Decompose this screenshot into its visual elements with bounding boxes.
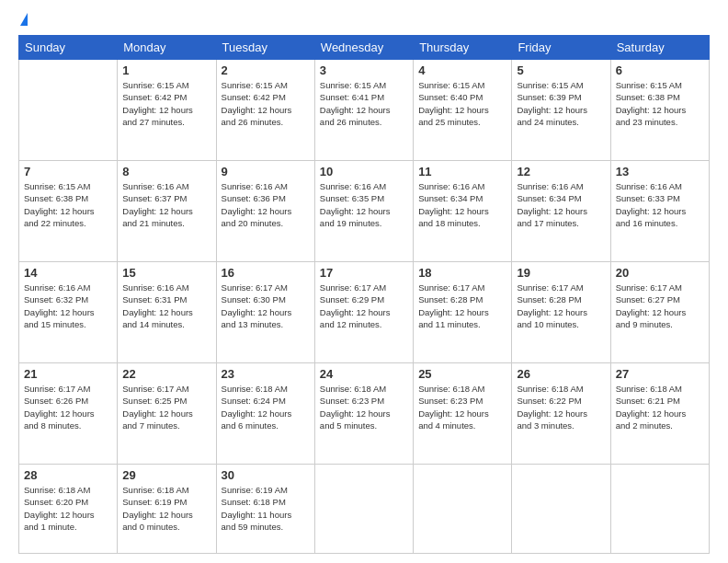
calendar-cell: 25Sunrise: 6:18 AMSunset: 6:23 PMDayligh… [414, 363, 512, 465]
day-number: 1 [122, 63, 210, 77]
day-info: Sunrise: 6:15 AMSunset: 6:40 PMDaylight:… [418, 79, 506, 128]
calendar-cell [610, 465, 709, 554]
day-number: 17 [320, 266, 408, 280]
day-number: 6 [616, 63, 704, 77]
day-info: Sunrise: 6:15 AMSunset: 6:38 PMDaylight:… [616, 79, 704, 128]
calendar-cell: 30Sunrise: 6:19 AMSunset: 6:18 PMDayligh… [216, 465, 314, 554]
calendar-cell [19, 60, 118, 161]
calendar-cell: 21Sunrise: 6:17 AMSunset: 6:26 PMDayligh… [19, 363, 118, 465]
calendar-cell: 24Sunrise: 6:18 AMSunset: 6:23 PMDayligh… [314, 363, 413, 465]
calendar-header-tuesday: Tuesday [216, 36, 314, 60]
day-info: Sunrise: 6:16 AMSunset: 6:32 PMDaylight:… [24, 282, 112, 330]
day-number: 23 [222, 367, 310, 381]
day-info: Sunrise: 6:18 AMSunset: 6:20 PMDaylight:… [24, 484, 112, 533]
day-info: Sunrise: 6:18 AMSunset: 6:23 PMDaylight:… [418, 383, 506, 431]
calendar-header-sunday: Sunday [19, 36, 118, 60]
calendar-cell: 2Sunrise: 6:15 AMSunset: 6:42 PMDaylight… [216, 60, 314, 161]
calendar-cell: 18Sunrise: 6:17 AMSunset: 6:28 PMDayligh… [414, 262, 512, 363]
day-info: Sunrise: 6:18 AMSunset: 6:22 PMDaylight:… [517, 383, 605, 431]
calendar-cell: 8Sunrise: 6:16 AMSunset: 6:37 PMDaylight… [118, 161, 216, 262]
day-number: 11 [418, 165, 506, 178]
logo-text [18, 17, 28, 26]
calendar-cell: 29Sunrise: 6:18 AMSunset: 6:19 PMDayligh… [118, 465, 216, 554]
calendar-cell: 23Sunrise: 6:18 AMSunset: 6:24 PMDayligh… [216, 363, 314, 465]
calendar-cell: 17Sunrise: 6:17 AMSunset: 6:29 PMDayligh… [314, 262, 413, 363]
day-number: 8 [122, 165, 210, 178]
day-number: 29 [122, 468, 210, 482]
day-info: Sunrise: 6:15 AMSunset: 6:39 PMDaylight:… [517, 79, 605, 128]
calendar-header-thursday: Thursday [414, 36, 512, 60]
calendar-week-row: 28Sunrise: 6:18 AMSunset: 6:20 PMDayligh… [19, 465, 710, 554]
day-info: Sunrise: 6:15 AMSunset: 6:41 PMDaylight:… [320, 79, 408, 128]
day-info: Sunrise: 6:16 AMSunset: 6:35 PMDaylight:… [320, 180, 408, 229]
calendar-cell: 22Sunrise: 6:17 AMSunset: 6:25 PMDayligh… [118, 363, 216, 465]
day-number: 27 [616, 367, 704, 381]
calendar-cell: 28Sunrise: 6:18 AMSunset: 6:20 PMDayligh… [19, 465, 118, 554]
calendar-week-row: 14Sunrise: 6:16 AMSunset: 6:32 PMDayligh… [19, 262, 710, 363]
calendar-cell: 5Sunrise: 6:15 AMSunset: 6:39 PMDaylight… [512, 60, 610, 161]
day-number: 28 [24, 468, 112, 482]
calendar-week-row: 1Sunrise: 6:15 AMSunset: 6:42 PMDaylight… [19, 60, 710, 161]
calendar-cell: 10Sunrise: 6:16 AMSunset: 6:35 PMDayligh… [314, 161, 413, 262]
calendar-cell: 20Sunrise: 6:17 AMSunset: 6:27 PMDayligh… [610, 262, 709, 363]
calendar-cell: 9Sunrise: 6:16 AMSunset: 6:36 PMDaylight… [216, 161, 314, 262]
day-info: Sunrise: 6:18 AMSunset: 6:21 PMDaylight:… [616, 383, 704, 431]
day-number: 3 [320, 63, 408, 77]
day-number: 12 [517, 165, 605, 178]
day-info: Sunrise: 6:16 AMSunset: 6:33 PMDaylight:… [616, 180, 704, 229]
calendar-cell: 27Sunrise: 6:18 AMSunset: 6:21 PMDayligh… [610, 363, 709, 465]
day-info: Sunrise: 6:16 AMSunset: 6:34 PMDaylight:… [517, 180, 605, 229]
calendar-cell: 1Sunrise: 6:15 AMSunset: 6:42 PMDaylight… [118, 60, 216, 161]
day-number: 22 [122, 367, 210, 381]
day-number: 14 [24, 266, 112, 280]
day-number: 5 [517, 63, 605, 77]
day-number: 20 [616, 266, 704, 280]
day-number: 9 [222, 165, 310, 178]
day-number: 25 [418, 367, 506, 381]
day-info: Sunrise: 6:17 AMSunset: 6:27 PMDaylight:… [616, 282, 704, 330]
calendar-cell: 3Sunrise: 6:15 AMSunset: 6:41 PMDaylight… [314, 60, 413, 161]
day-number: 4 [418, 63, 506, 77]
day-info: Sunrise: 6:19 AMSunset: 6:18 PMDaylight:… [222, 484, 310, 533]
day-number: 16 [222, 266, 310, 280]
day-info: Sunrise: 6:17 AMSunset: 6:28 PMDaylight:… [418, 282, 506, 330]
day-info: Sunrise: 6:15 AMSunset: 6:38 PMDaylight:… [24, 180, 112, 229]
calendar-cell: 12Sunrise: 6:16 AMSunset: 6:34 PMDayligh… [512, 161, 610, 262]
day-info: Sunrise: 6:16 AMSunset: 6:36 PMDaylight:… [222, 180, 310, 229]
day-info: Sunrise: 6:17 AMSunset: 6:29 PMDaylight:… [320, 282, 408, 330]
calendar-week-row: 7Sunrise: 6:15 AMSunset: 6:38 PMDaylight… [19, 161, 710, 262]
calendar-cell: 16Sunrise: 6:17 AMSunset: 6:30 PMDayligh… [216, 262, 314, 363]
day-info: Sunrise: 6:16 AMSunset: 6:34 PMDaylight:… [418, 180, 506, 229]
calendar-cell: 26Sunrise: 6:18 AMSunset: 6:22 PMDayligh… [512, 363, 610, 465]
day-info: Sunrise: 6:17 AMSunset: 6:28 PMDaylight:… [517, 282, 605, 330]
calendar-cell: 19Sunrise: 6:17 AMSunset: 6:28 PMDayligh… [512, 262, 610, 363]
calendar-cell [314, 465, 413, 554]
day-info: Sunrise: 6:16 AMSunset: 6:31 PMDaylight:… [122, 282, 210, 330]
calendar-cell: 4Sunrise: 6:15 AMSunset: 6:40 PMDaylight… [414, 60, 512, 161]
calendar-week-row: 21Sunrise: 6:17 AMSunset: 6:26 PMDayligh… [19, 363, 710, 465]
day-info: Sunrise: 6:17 AMSunset: 6:25 PMDaylight:… [122, 383, 210, 431]
day-number: 24 [320, 367, 408, 381]
day-number: 2 [222, 63, 310, 77]
calendar-cell [512, 465, 610, 554]
day-number: 21 [24, 367, 112, 381]
day-info: Sunrise: 6:16 AMSunset: 6:37 PMDaylight:… [122, 180, 210, 229]
calendar-cell: 15Sunrise: 6:16 AMSunset: 6:31 PMDayligh… [118, 262, 216, 363]
day-number: 15 [122, 266, 210, 280]
day-info: Sunrise: 6:15 AMSunset: 6:42 PMDaylight:… [222, 79, 310, 128]
page: SundayMondayTuesdayWednesdayThursdayFrid… [0, 0, 728, 563]
logo-triangle-icon [20, 13, 28, 26]
day-number: 19 [517, 266, 605, 280]
day-number: 10 [320, 165, 408, 178]
day-number: 26 [517, 367, 605, 381]
calendar-cell: 7Sunrise: 6:15 AMSunset: 6:38 PMDaylight… [19, 161, 118, 262]
day-info: Sunrise: 6:17 AMSunset: 6:30 PMDaylight:… [222, 282, 310, 330]
day-number: 13 [616, 165, 704, 178]
day-info: Sunrise: 6:18 AMSunset: 6:19 PMDaylight:… [122, 484, 210, 533]
calendar-cell: 14Sunrise: 6:16 AMSunset: 6:32 PMDayligh… [19, 262, 118, 363]
calendar-header-wednesday: Wednesday [314, 36, 413, 60]
calendar-body: 1Sunrise: 6:15 AMSunset: 6:42 PMDaylight… [19, 60, 710, 554]
header [18, 17, 710, 26]
calendar-header-saturday: Saturday [610, 36, 709, 60]
calendar-cell: 13Sunrise: 6:16 AMSunset: 6:33 PMDayligh… [610, 161, 709, 262]
